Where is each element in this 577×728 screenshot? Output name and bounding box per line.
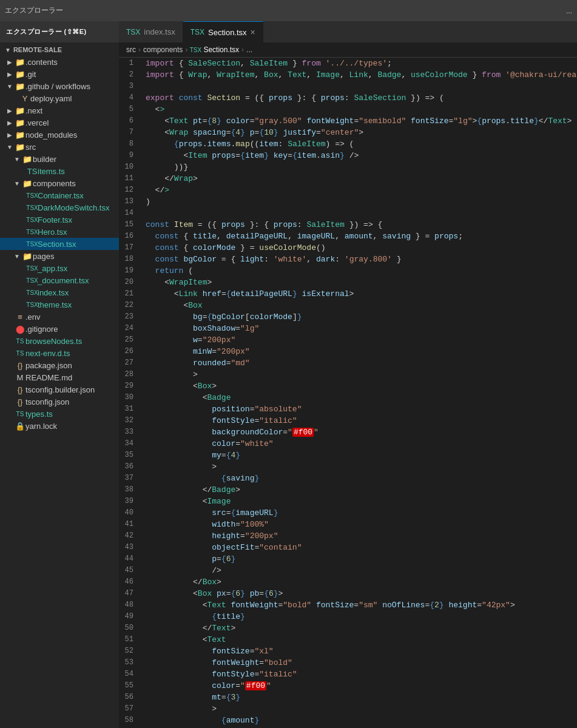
code-line: 7 <Wrap spacing={4} p={10} justify="cent…	[119, 127, 577, 138]
sidebar-item-label: _app.tsx	[38, 264, 67, 273]
file-tsx-icon: TSX	[27, 190, 38, 200]
sidebar-item-next-env[interactable]: TS next-env.d.ts	[0, 347, 119, 359]
sidebar-item-types[interactable]: TS types.ts	[0, 408, 119, 420]
sidebar-item-label: pages	[33, 252, 54, 261]
title-bar-menu-icon[interactable]: ...	[566, 7, 572, 15]
code-line: 48 <Text fontWeight="bold" fontSize="sm"…	[119, 599, 577, 611]
sidebar-item-label: components	[33, 179, 76, 188]
sidebar-header[interactable]: エクスプローラー (⇧⌘E)	[0, 21, 119, 42]
sidebar-item-theme[interactable]: TSX theme.tsx	[0, 298, 119, 311]
sidebar-item-deploy[interactable]: Y deploy.yaml	[0, 92, 119, 104]
sidebar-item-label: deploy.yaml	[30, 94, 72, 103]
code-line: 58 {amount}	[119, 715, 577, 726]
code-line: 15 const Item = ({ props }: { props: Sal…	[119, 219, 577, 231]
sidebar-item-tsconfig[interactable]: {} tsconfig.json	[0, 396, 119, 408]
sidebar-item-label: items.ts	[38, 167, 65, 176]
folder-arrow-icon: ▼	[12, 154, 22, 164]
sidebar: エクスプローラー (⇧⌘E) ▼ REMOTE-SALE ▶ 📁 .conten…	[0, 21, 119, 728]
sidebar-item-vercel[interactable]: ▶ 📁 .vercel	[0, 116, 119, 129]
code-line: 34 color="white"	[119, 438, 577, 450]
file-json-icon: {}	[15, 397, 25, 406]
code-line: 52 fontSize="xl"	[119, 645, 577, 657]
sidebar-item-src[interactable]: ▼ 📁 src	[0, 141, 119, 153]
code-editor[interactable]: 1 import { SaleSection, SaleItem } from …	[119, 58, 577, 728]
sidebar-section-remote[interactable]: ▼ REMOTE-SALE	[0, 44, 119, 56]
sidebar-item-gitignore[interactable]: ⬤ .gitignore	[0, 323, 119, 335]
tab-label: Section.tsx	[208, 28, 247, 37]
sidebar-item-package-json[interactable]: {} package.json	[0, 359, 119, 371]
folder-icon: 📁	[22, 251, 33, 261]
sidebar-item-label: .env	[25, 312, 41, 322]
sidebar-item-app[interactable]: TSX _app.tsx	[0, 262, 119, 274]
sidebar-item-label: Hero.tsx	[38, 228, 67, 237]
close-tab-button[interactable]: ×	[251, 28, 255, 36]
code-line: 45 />	[119, 565, 577, 576]
code-line: 54 fontStyle="italic"	[119, 669, 577, 680]
sidebar-item-next[interactable]: ▶ 📁 .next	[0, 104, 119, 116]
folder-arrow-icon: ▼	[5, 81, 15, 91]
sidebar-item-env[interactable]: ≡ .env	[0, 311, 119, 323]
code-line: 18 const bgColor = { light: 'white', dar…	[119, 254, 577, 265]
sidebar-item-label: .github / workflows	[25, 82, 90, 91]
breadcrumb-sep3: ›	[241, 46, 244, 54]
sidebar-item-document[interactable]: TSX _document.tsx	[0, 274, 119, 286]
file-json-icon: {}	[15, 360, 25, 370]
sidebar-item-label: builder	[33, 155, 56, 164]
code-line: 53 fontWeight="bold"	[119, 657, 577, 669]
code-line: 35 my={4}	[119, 450, 577, 461]
no-arrow	[5, 421, 15, 431]
file-ts-icon: TS	[15, 348, 25, 358]
no-arrow	[5, 348, 15, 358]
sidebar-item-components[interactable]: ▼ 📁 components	[0, 177, 119, 189]
sidebar-item-tsconfig-builder[interactable]: {} tsconfig.builder.json	[0, 383, 119, 396]
code-line: 12 </>	[119, 184, 577, 196]
sidebar-item-items-ts[interactable]: TS items.ts	[0, 165, 119, 177]
code-line: 29 <Box>	[119, 380, 577, 392]
file-ts-icon: TS	[27, 166, 38, 176]
file-tsx-icon: TSX	[27, 263, 38, 273]
folder-arrow-icon: ▶	[5, 106, 15, 115]
sidebar-item-hero[interactable]: TSX Hero.tsx	[0, 226, 119, 238]
file-tsx-icon: TSX	[27, 239, 38, 249]
file-ts-icon: TS	[15, 409, 25, 419]
folder-arrow-icon: ▼	[12, 251, 22, 261]
sidebar-item-yarn-lock[interactable]: 🔒 yarn.lock	[0, 420, 119, 432]
tab-index[interactable]: TSX index.tsx	[119, 21, 183, 42]
sidebar-item-container[interactable]: TSX Container.tsx	[0, 189, 119, 201]
sidebar-item-browsenodes[interactable]: TS browseNodes.ts	[0, 335, 119, 347]
code-line: 57 >	[119, 703, 577, 715]
code-line: 4 export const Section = ({ props }: { p…	[119, 92, 577, 104]
no-arrow	[5, 409, 15, 419]
tabs-bar: TSX index.tsx TSX Section.tsx ×	[119, 21, 577, 42]
sidebar-item-pages[interactable]: ▼ 📁 pages	[0, 250, 119, 262]
title-bar-label: エクスプローラー	[5, 5, 63, 16]
code-line: 31 position="absolute"	[119, 403, 577, 415]
sidebar-item-contents[interactable]: ▶ 📁 .contents	[0, 56, 119, 68]
sidebar-item-github[interactable]: ▼ 📁 .github / workflows	[0, 80, 119, 92]
code-line: 49 {title}	[119, 611, 577, 622]
sidebar-item-builder[interactable]: ▼ 📁 builder	[0, 153, 119, 165]
sidebar-item-node-modules[interactable]: ▶ 📁 node_modules	[0, 129, 119, 141]
code-line: 30 <Badge	[119, 392, 577, 403]
code-line: 27 rounded="md"	[119, 357, 577, 369]
code-line: 16 const { title, detailPageURL, imageUR…	[119, 231, 577, 242]
sidebar-item-section[interactable]: TSX Section.tsx	[0, 238, 119, 250]
sidebar-item-git[interactable]: ▶ 📁 .git	[0, 68, 119, 80]
code-line: 40 src={imageURL}	[119, 507, 577, 519]
folder-icon: 📁	[15, 57, 25, 67]
breadcrumb-src: src	[126, 46, 136, 54]
code-line: 9 <Item props={item} key={item.asin} />	[119, 150, 577, 161]
code-line: 1 import { SaleSection, SaleItem } from …	[119, 58, 577, 69]
code-line: 17 const { colorMode } = useColorMode()	[119, 242, 577, 254]
sidebar-item-darkmode[interactable]: TSX DarkModeSwitch.tsx	[0, 201, 119, 214]
sidebar-item-readme[interactable]: M README.md	[0, 371, 119, 383]
no-arrow	[5, 324, 15, 334]
section-arrow-icon: ▼	[5, 47, 11, 53]
sidebar-item-index[interactable]: TSX index.tsx	[0, 286, 119, 298]
code-line: 25 w="200px"	[119, 334, 577, 346]
tab-section[interactable]: TSX Section.tsx ×	[183, 21, 263, 42]
code-line: 33 backgroundColor="#f00"	[119, 426, 577, 438]
sidebar-item-label: .next	[25, 106, 42, 115]
sidebar-item-footer[interactable]: TSX Footer.tsx	[0, 214, 119, 226]
breadcrumb-sep1: ›	[138, 46, 141, 54]
